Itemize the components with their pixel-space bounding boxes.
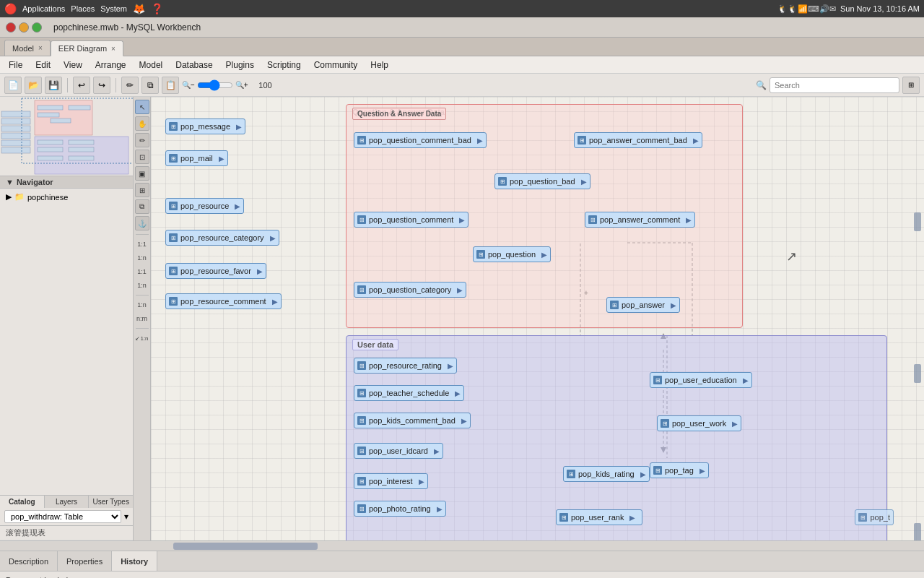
table-pop-tag[interactable]: ⊞ pop_tag ▶ (650, 462, 709, 478)
toolbar-redo[interactable]: ↪ (93, 77, 110, 94)
table-pop-mail[interactable]: ⊞ pop_mail ▶ (165, 150, 228, 166)
table-pop-photo-rating[interactable]: ⊞ pop_photo_rating ▶ (354, 501, 446, 517)
table-pop-interest[interactable]: ⊞ pop_interest ▶ (354, 473, 428, 489)
table-pop-answer-comment-bad[interactable]: ⊞ pop_answer_comment_bad ▶ (574, 132, 702, 148)
table-expand-arrow[interactable]: ▶ (461, 417, 467, 425)
table-expand-arrow[interactable]: ▶ (236, 123, 242, 131)
system-menu[interactable]: System (100, 4, 127, 13)
toolbar-edit[interactable]: ✏ (121, 77, 139, 94)
table-expand-arrow[interactable]: ▶ (270, 234, 276, 242)
places-menu[interactable]: Places (71, 4, 95, 13)
tab-user-types[interactable]: User Types (89, 496, 133, 508)
table-pop-resource-category[interactable]: ⊞ pop_resource_category ▶ (165, 230, 279, 246)
table-expand-arrow[interactable]: ▶ (257, 267, 263, 275)
table-expand-arrow[interactable]: ▶ (459, 216, 465, 224)
menu-arrange[interactable]: Arrange (90, 59, 132, 72)
table-expand-arrow[interactable]: ▶ (219, 155, 225, 163)
tool-table[interactable]: ⊞ (135, 183, 149, 197)
table-pop-user-work[interactable]: ⊞ pop_user_work ▶ (657, 415, 741, 431)
table-expand-arrow[interactable]: ▶ (455, 389, 461, 397)
tool-pencil[interactable]: ✏ (135, 133, 149, 147)
tab-model-close[interactable]: × (38, 44, 43, 52)
h-scroll-thumb[interactable] (173, 543, 318, 550)
table-expand-arrow[interactable]: ▶ (235, 202, 240, 210)
menu-view[interactable]: View (58, 59, 88, 72)
tool-copy2[interactable]: ⧉ (135, 199, 149, 214)
tree-root[interactable]: ▶ 📁 popchinese (3, 191, 130, 202)
menu-scripting[interactable]: Scripting (261, 59, 307, 72)
rel-n-m[interactable]: n:m (135, 313, 149, 324)
menu-edit[interactable]: Edit (30, 59, 56, 72)
btab-properties[interactable]: Properties (58, 551, 112, 571)
rel-1-n-b[interactable]: 1:n (135, 280, 149, 291)
menu-plugins[interactable]: Plugins (220, 59, 260, 72)
table-expand-arrow[interactable]: ▶ (693, 137, 699, 144)
search-input[interactable] (770, 77, 899, 93)
table-pop-answer-comment[interactable]: ⊞ pop_answer_comment ▶ (585, 212, 695, 228)
table-expand-arrow[interactable]: ▶ (477, 137, 483, 144)
table-pop-answer[interactable]: ⊞ pop_answer ▶ (606, 297, 680, 313)
close-button[interactable] (6, 22, 16, 33)
menu-database[interactable]: Database (170, 59, 218, 72)
table-expand-arrow[interactable]: ▶ (457, 286, 463, 294)
maximize-button[interactable] (32, 22, 42, 33)
tab-layers[interactable]: Layers (45, 496, 90, 508)
btab-description[interactable]: Description (0, 551, 58, 571)
table-pop-teacher-schedule[interactable]: ⊞ pop_teacher_schedule ▶ (354, 385, 464, 401)
table-expand-arrow[interactable]: ▶ (640, 470, 646, 478)
rel-1-n-c[interactable]: 1:n (135, 299, 149, 311)
tab-catalog[interactable]: Catalog (0, 496, 45, 508)
tab-eer-diagram[interactable]: EER Diagram × (51, 40, 123, 56)
tool-hand[interactable]: ✋ (135, 116, 149, 131)
tab-eer-close[interactable]: × (111, 45, 116, 53)
table-expand-arrow[interactable]: ▶ (686, 216, 692, 224)
table-pop-resource[interactable]: ⊞ pop_resource ▶ (165, 198, 244, 214)
table-expand-arrow[interactable]: ▶ (448, 362, 453, 370)
tool-cursor[interactable]: ↖ (135, 100, 149, 114)
right-handle-middle[interactable] (914, 364, 921, 383)
table-pop-kids-comment-bad[interactable]: ⊞ pop_kids_comment_bad ▶ (354, 413, 471, 428)
table-pop-user-rank[interactable]: ⊞ pop_user_rank ▶ (556, 509, 642, 525)
tree-section[interactable]: ▶ 📁 popchinese (0, 189, 133, 495)
table-expand-arrow[interactable]: ▶ (272, 298, 278, 306)
zoom-slider[interactable] (197, 79, 233, 91)
table-expand-arrow[interactable]: ▶ (581, 178, 587, 186)
table-pop-question-comment[interactable]: ⊞ pop_question_comment ▶ (354, 212, 468, 228)
zoom-out-button[interactable]: 🔍− (182, 81, 195, 89)
zoom-in-button[interactable]: 🔍+ (235, 81, 248, 89)
table-expand-arrow[interactable]: ▶ (743, 376, 749, 384)
toolbar-save[interactable]: 💾 (45, 77, 62, 94)
menu-help[interactable]: Help (365, 59, 394, 72)
tab-model[interactable]: Model × (4, 40, 51, 56)
menu-file[interactable]: File (3, 59, 28, 72)
toolbar-expand[interactable]: ⊞ (902, 77, 920, 94)
table-expand-arrow[interactable]: ▶ (437, 505, 443, 513)
table-expand-arrow[interactable]: ▶ (629, 514, 635, 522)
table-expand-arrow[interactable]: ▶ (699, 467, 705, 475)
toolbar-new[interactable]: 📄 (4, 77, 22, 94)
h-scrollbar[interactable] (0, 540, 924, 551)
table-pop-resource-rating[interactable]: ⊞ pop_resource_rating ▶ (354, 358, 457, 374)
tool-fit[interactable]: ⊡ (135, 150, 149, 164)
applications-menu[interactable]: Applications (22, 4, 65, 13)
tool-page[interactable]: ▣ (135, 166, 149, 181)
menu-community[interactable]: Community (308, 59, 364, 72)
table-expand-arrow[interactable]: ▶ (732, 420, 738, 428)
tool-anchor[interactable]: ⚓ (135, 216, 149, 230)
toolbar-open[interactable]: 📂 (25, 77, 42, 94)
right-handle-bottom[interactable] (914, 523, 921, 540)
table-pop-question-comment-bad[interactable]: ⊞ pop_question_comment_bad ▶ (354, 132, 487, 148)
table-expand-arrow[interactable]: ▶ (419, 478, 424, 486)
minimize-button[interactable] (19, 22, 29, 33)
canvas-area[interactable]: + ⊞ pop_message ▶ ⊞ pop_mail ▶ ⊞ pop_res… (151, 97, 924, 540)
table-expand-arrow[interactable]: ▶ (541, 251, 547, 259)
table-pop-question[interactable]: ⊞ pop_question ▶ (473, 246, 551, 262)
table-expand-arrow[interactable]: ▶ (434, 447, 440, 455)
rel-1-n-a[interactable]: 1:n (135, 252, 149, 264)
right-handle-top[interactable] (914, 212, 921, 231)
toolbar-copy[interactable]: ⧉ (141, 77, 159, 94)
entity-select[interactable]: pop_withdraw: Table (4, 510, 121, 523)
toolbar-paste[interactable]: 📋 (162, 77, 179, 94)
table-pop-user-idcard[interactable]: ⊞ pop_user_idcard ▶ (354, 443, 443, 459)
table-pop-resource-favor[interactable]: ⊞ pop_resource_favor ▶ (165, 263, 266, 279)
